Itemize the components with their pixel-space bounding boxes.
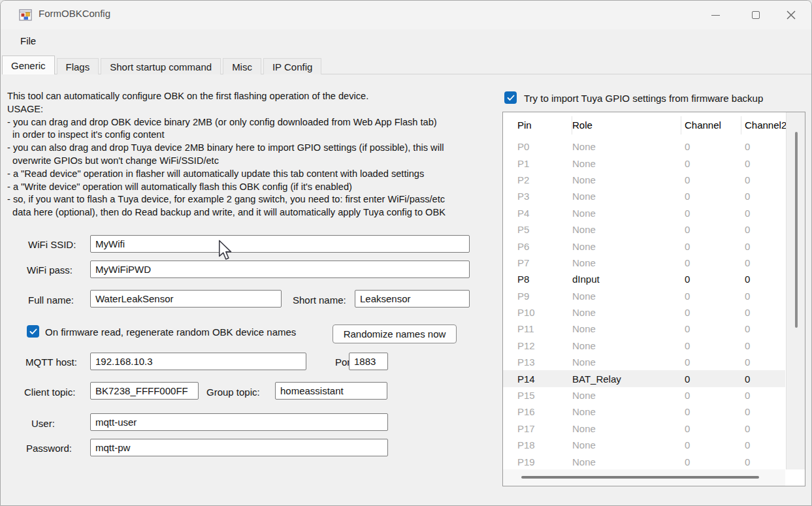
randomize-names-button[interactable]: Randomize names now — [333, 324, 457, 343]
pin-cell: P2 — [517, 174, 572, 185]
column-header-channel[interactable]: Channel — [681, 116, 741, 134]
instruction-line: - you can drag and drop OBK device binar… — [7, 116, 498, 129]
full-name-label: Full name: — [28, 294, 74, 306]
pin-cell: P0 — [517, 141, 572, 152]
column-header-pin[interactable]: Pin — [517, 116, 572, 134]
table-row[interactable]: P13None00 — [503, 354, 785, 370]
regen-names-checkbox[interactable] — [27, 325, 39, 338]
column-header-role[interactable]: Role — [572, 116, 681, 134]
table-row[interactable]: P19None00 — [503, 453, 785, 469]
table-row[interactable]: P15None00 — [503, 387, 785, 403]
instruction-line: in order to inspect it's config content — [7, 129, 498, 142]
channel2-cell: 0 — [741, 241, 785, 252]
role-cell: None — [572, 439, 681, 451]
full-name-input[interactable] — [90, 290, 282, 308]
maximize-button[interactable] — [741, 1, 771, 29]
table-row[interactable]: P5None00 — [503, 221, 785, 238]
role-cell: None — [572, 323, 681, 334]
table-row[interactable]: P1None00 — [503, 155, 785, 171]
table-row[interactable]: P9None00 — [503, 288, 785, 304]
table-row[interactable]: P6None00 — [503, 238, 785, 254]
channel-cell: 0 — [681, 323, 741, 334]
table-row[interactable]: P2None00 — [503, 172, 785, 188]
tab-short-startup-command[interactable]: Short startup command — [101, 58, 221, 74]
regen-names-label: On firmware read, regenerate random OBK … — [45, 326, 296, 338]
pin-cell: P7 — [517, 257, 572, 268]
table-row[interactable]: P16None00 — [503, 403, 785, 420]
user-label: User: — [31, 418, 55, 429]
channel2-cell: 0 — [741, 340, 785, 351]
role-cell: None — [572, 456, 681, 467]
instructions-text: This tool can automatically configure OB… — [7, 90, 498, 219]
channel2-cell: 0 — [741, 456, 785, 467]
table-row[interactable]: P7None00 — [503, 255, 785, 271]
group-topic-input[interactable] — [275, 382, 387, 400]
role-cell: None — [572, 241, 681, 252]
instruction-line: This tool can automatically configure OB… — [7, 90, 498, 103]
tab-misc[interactable]: Misc — [223, 58, 261, 74]
channel2-cell: 0 — [741, 406, 785, 417]
pin-cell: P13 — [517, 356, 572, 368]
menu-file[interactable]: File — [15, 33, 41, 48]
password-label: Password: — [26, 443, 72, 454]
close-button[interactable] — [776, 1, 806, 29]
wifi-pass-input[interactable] — [90, 261, 470, 278]
client-topic-label: Client topic: — [24, 387, 75, 398]
menu-bar: File — [1, 29, 811, 53]
table-row[interactable]: P14BAT_Relay00 — [503, 370, 785, 387]
gpio-table: Pin Role Channel Channel2 P0None00P1None… — [502, 112, 805, 486]
channel2-cell: 0 — [741, 323, 785, 334]
channel-cell: 0 — [681, 208, 741, 219]
pin-cell: P17 — [517, 423, 572, 434]
tab-ip-config[interactable]: IP Config — [263, 58, 321, 74]
column-header-channel2[interactable]: Channel2 — [741, 116, 787, 134]
table-row[interactable]: P18None00 — [503, 437, 785, 453]
minimize-button[interactable] — [700, 1, 730, 29]
role-cell: None — [572, 390, 681, 401]
instruction-line: overwrite GPIOs but won't change WiFi/SS… — [7, 155, 498, 168]
table-row[interactable]: P10None00 — [503, 304, 785, 321]
user-input[interactable] — [90, 413, 388, 431]
channel2-cell: 0 — [741, 257, 785, 268]
role-cell: dInput — [572, 274, 681, 285]
role-cell: None — [572, 406, 681, 417]
pin-cell: P16 — [517, 406, 572, 417]
channel-cell: 0 — [681, 340, 741, 351]
channel2-cell: 0 — [741, 141, 785, 152]
table-row[interactable]: P0None00 — [503, 138, 785, 155]
port-input[interactable] — [349, 353, 388, 370]
pin-cell: P14 — [517, 373, 572, 385]
tab-generic[interactable]: Generic — [2, 55, 55, 74]
table-row[interactable]: P8dInput00 — [503, 271, 785, 287]
table-row[interactable]: P3None00 — [503, 188, 785, 204]
tab-flags[interactable]: Flags — [57, 58, 99, 74]
horizontal-scrollbar-thumb[interactable] — [521, 476, 759, 479]
password-input[interactable] — [90, 439, 388, 456]
check-icon — [507, 95, 515, 101]
table-row[interactable]: P12None00 — [503, 338, 785, 354]
horizontal-scrollbar[interactable] — [503, 469, 785, 486]
channel2-cell: 0 — [741, 224, 785, 235]
table-row[interactable]: P11None00 — [503, 321, 785, 337]
pin-cell: P12 — [517, 340, 572, 351]
vertical-scrollbar[interactable] — [786, 112, 805, 469]
channel-cell: 0 — [681, 406, 741, 417]
table-row[interactable]: P17None00 — [503, 420, 785, 437]
table-row[interactable]: P4None00 — [503, 205, 785, 221]
role-cell: None — [572, 224, 681, 235]
pin-cell: P19 — [517, 456, 572, 467]
import-tuya-gpio-checkbox[interactable] — [504, 91, 517, 104]
client-topic-input[interactable] — [90, 382, 199, 400]
instruction-line: data here (optional), then do Read backu… — [7, 206, 498, 219]
channel-cell: 0 — [681, 390, 741, 401]
vertical-scrollbar-thumb[interactable] — [795, 132, 798, 328]
role-cell: None — [572, 291, 681, 302]
role-cell: None — [572, 356, 681, 368]
pin-cell: P8 — [517, 274, 572, 285]
channel-cell: 0 — [681, 291, 741, 302]
short-name-input[interactable] — [355, 290, 470, 308]
mqtt-host-input[interactable] — [90, 353, 306, 370]
channel-cell: 0 — [681, 257, 741, 268]
role-cell: None — [572, 257, 681, 268]
wifi-ssid-input[interactable] — [90, 235, 470, 253]
